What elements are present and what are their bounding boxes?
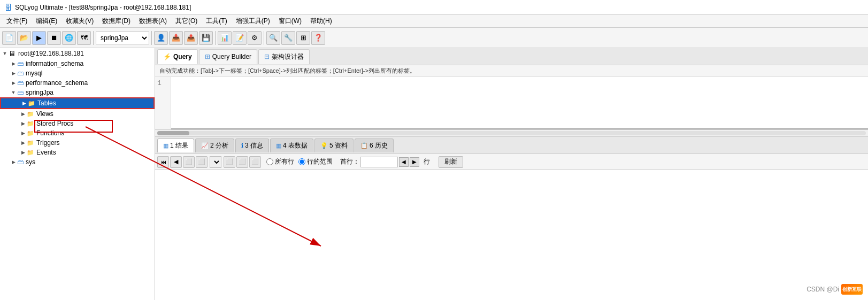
menu-favorites[interactable]: 收藏夹(V) (62, 16, 98, 27)
radio-range-label[interactable]: 行的范围 (298, 157, 333, 166)
toolbar-user-btn[interactable]: 👤 (154, 31, 168, 45)
result-export-btn[interactable]: ⬜ (236, 156, 248, 168)
bottom-tab-tabledata[interactable]: ▦ 4 表数据 (270, 139, 313, 152)
nav-prev-btn[interactable]: ◀ (399, 157, 409, 167)
sidebar-item-mysql[interactable]: ▶ 🗃 mysql (0, 68, 155, 78)
menu-edit[interactable]: 编辑(E) (32, 16, 62, 27)
result-page-selector[interactable] (210, 156, 221, 168)
menu-tools[interactable]: 工具(T) (202, 16, 231, 27)
toolbar-grid-btn[interactable]: ⊞ (296, 31, 310, 45)
toolbar-run-btn[interactable]: ▶ (32, 31, 46, 45)
watermark-logo: 创新互联 (841, 284, 863, 295)
query-editor-input[interactable] (155, 77, 868, 129)
toolbar-export-btn[interactable]: 📤 (184, 31, 198, 45)
bottom-tab-results[interactable]: ▦ 1 结果 (157, 139, 194, 152)
tables-label: Tables (37, 99, 56, 107)
menu-bar: 文件(F) 编辑(E) 收藏夹(V) 数据库(D) 数据表(A) 其它(O) 工… (0, 15, 868, 28)
sidebar-item-functions[interactable]: ▶ 📁 Functions (0, 128, 155, 138)
sidebar-item-triggers[interactable]: ▶ 📁 Triggers (0, 138, 155, 148)
h-scrollbar[interactable] (155, 129, 868, 137)
radio-range[interactable] (298, 158, 305, 165)
tab-query[interactable]: ⚡ Query (157, 49, 198, 64)
procs-folder-icon: 📁 (27, 120, 34, 127)
tab-schema-designer[interactable]: ⊟ 架构设计器 (258, 49, 310, 64)
bottom-tab-tabledata-label: 4 表数据 (283, 141, 308, 150)
sidebar-item-info-schema[interactable]: ▶ 🗃 information_schema (0, 59, 155, 68)
result-content (155, 170, 868, 300)
expand-mysql-icon: ▶ (10, 71, 17, 76)
functions-label: Functions (36, 129, 64, 137)
result-last-btn[interactable]: ⬜ (196, 156, 208, 168)
query-builder-tab-icon: ⊞ (205, 53, 210, 60)
radio-all[interactable] (266, 158, 273, 165)
tab-query-builder[interactable]: ⊞ Query Builder (199, 49, 257, 64)
bottom-tab-analysis[interactable]: 📈 2 分析 (195, 139, 234, 152)
result-prev-btn[interactable]: ◀ (170, 156, 182, 168)
toolbar-sep4 (264, 31, 264, 45)
sidebar-item-stored-procs[interactable]: ▶ 📁 Stored Procs (0, 119, 155, 128)
bottom-tab-info[interactable]: ℹ 3 信息 (235, 139, 269, 152)
bottom-tab-history-label: 6 历史 (370, 141, 388, 150)
expand-root-icon: ▼ (1, 51, 9, 56)
toolbar-new-btn[interactable]: 📄 (2, 31, 16, 45)
toolbar-query-btn[interactable]: 📝 (233, 31, 247, 45)
first-row-input[interactable] (360, 157, 398, 167)
result-copy-btn[interactable]: ⬜ (224, 156, 235, 168)
toolbar-search-btn[interactable]: 🔍 (266, 31, 280, 45)
expand-springjpa-icon: ▼ (10, 90, 17, 95)
sidebar-item-springjpa[interactable]: ▼ 🗃 springJpa (0, 88, 155, 97)
menu-enhanced-tools[interactable]: 增强工具(P) (232, 16, 274, 27)
refresh-button[interactable]: 刷新 (439, 156, 463, 168)
bottom-tab-resources[interactable]: 💡 5 资料 (314, 139, 354, 152)
menu-database[interactable]: 数据库(D) (98, 16, 135, 27)
result-first-btn[interactable]: ⏮ (157, 156, 169, 168)
info-schema-label: information_schema (26, 60, 83, 67)
toolbar-backup-btn[interactable]: 💾 (199, 31, 213, 45)
db-selector[interactable]: springJpa (96, 32, 149, 44)
h-scroll-track (157, 131, 866, 135)
tab-schema-designer-label: 架构设计器 (272, 52, 304, 61)
expand-triggers-icon: ▶ (19, 140, 27, 145)
expand-procs-icon: ▶ (19, 121, 27, 126)
tabledata-tab-icon: ▦ (276, 142, 281, 149)
h-scroll-thumb[interactable] (157, 131, 189, 135)
menu-window[interactable]: 窗口(W) (274, 16, 306, 27)
triggers-folder-icon: 📁 (27, 140, 34, 147)
toolbar-filter-btn[interactable]: 🔧 (281, 31, 295, 45)
sidebar-item-sys[interactable]: ▶ 🗃 sys (0, 157, 155, 167)
nav-next-btn[interactable]: ▶ (410, 157, 419, 167)
menu-table[interactable]: 数据表(A) (135, 16, 171, 27)
menu-other[interactable]: 其它(O) (171, 16, 202, 27)
toolbar-open-btn[interactable]: 📂 (17, 31, 31, 45)
autocomplete-hint: 自动完成功能：[Tab]->下一标签；[Ctrl+Space]->列出匹配的标签… (155, 65, 868, 77)
db-folder-icon-sys: 🗃 (17, 158, 24, 166)
radio-all-label[interactable]: 所有行 (266, 157, 294, 166)
sidebar-item-events[interactable]: ▶ 📁 Events (0, 148, 155, 157)
menu-file[interactable]: 文件(F) (2, 16, 32, 27)
bottom-tab-analysis-label: 2 分析 (210, 141, 228, 150)
sidebar-item-tables[interactable]: ▶ 📁 Tables (0, 97, 155, 109)
toolbar-import-btn[interactable]: 📥 (169, 31, 183, 45)
toolbar-stop-btn[interactable]: ⏹ (47, 31, 61, 45)
toolbar-help-btn[interactable]: ❓ (311, 31, 325, 45)
info-tab-icon: ℹ (241, 142, 243, 149)
sidebar: ▼ 🖥 root@192.168.188.181 ▶ 🗃 information… (0, 48, 155, 300)
sidebar-item-root[interactable]: ▼ 🖥 root@192.168.188.181 (0, 48, 155, 59)
springjpa-label: springJpa (26, 89, 53, 96)
result-import-btn[interactable]: ⬜ (249, 156, 261, 168)
menu-help[interactable]: 帮助(H) (306, 16, 336, 27)
toolbar-table-btn[interactable]: 📊 (218, 31, 232, 45)
toolbar-proc-btn[interactable]: ⚙ (248, 31, 262, 45)
expand-sys-icon: ▶ (10, 159, 17, 165)
toolbar-sep2 (151, 31, 152, 45)
events-folder-icon: 📁 (27, 149, 34, 156)
sidebar-item-perf-schema[interactable]: ▶ 🗃 performance_schema (0, 78, 155, 88)
result-next-btn[interactable]: ⬜ (183, 156, 195, 168)
bottom-tab-history[interactable]: 📋 6 历史 (355, 139, 394, 152)
sidebar-item-views[interactable]: ▶ 📁 Views (0, 109, 155, 119)
toolbar-refresh-btn[interactable]: 🌐 (62, 31, 76, 45)
functions-folder-icon: 📁 (27, 130, 34, 137)
root-label: root@192.168.188.181 (18, 50, 84, 57)
toolbar-schema-btn[interactable]: 🗺 (77, 31, 91, 45)
main-tab-bar: ⚡ Query ⊞ Query Builder ⊟ 架构设计器 (155, 48, 868, 65)
